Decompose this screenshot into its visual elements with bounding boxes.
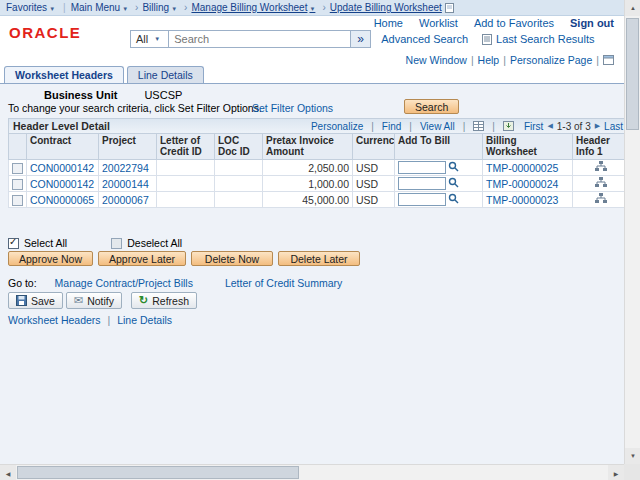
- top-nav: Home Worklist Add to Favorites Sign out: [374, 17, 614, 29]
- footer-links: Worksheet Headers | Line Details: [8, 314, 172, 326]
- header-info-transfer-icon[interactable]: [595, 177, 607, 188]
- table-row: CON0000142 20022794 2,050.00 USD TMP-000…: [9, 160, 629, 176]
- project-link[interactable]: 20000144: [102, 178, 149, 190]
- help-link[interactable]: Help: [478, 54, 500, 66]
- pretax-amount-cell: 1,000.00: [263, 176, 353, 192]
- grid-header-bar: Header Level Detail Personalize | Find |…: [8, 118, 628, 133]
- header-info-transfer-icon[interactable]: [595, 193, 607, 204]
- selection-row: ✓ Select All Deselect All: [8, 237, 182, 249]
- vertical-scrollbar[interactable]: ▲ ▼: [624, 0, 640, 464]
- breadcrumb-billing[interactable]: Billing▼: [142, 2, 180, 13]
- home-link[interactable]: Home: [374, 17, 403, 29]
- oracle-logo: ORACLE: [9, 24, 81, 41]
- add-to-bill-input[interactable]: [398, 177, 446, 190]
- footer-worksheet-headers-link[interactable]: Worksheet Headers: [8, 314, 101, 326]
- loc-doc-id-cell: [215, 160, 263, 176]
- table-row: CON0000142 20000144 1,000.00 USD TMP-000…: [9, 176, 629, 192]
- next-arrow-icon[interactable]: ▶: [595, 122, 600, 130]
- billing-worksheet-link[interactable]: TMP-00000023: [486, 194, 558, 206]
- vertical-scroll-thumb[interactable]: [626, 18, 639, 130]
- zoom-grid-icon[interactable]: [473, 121, 484, 131]
- view-all-link[interactable]: View All: [420, 121, 455, 132]
- billing-worksheet-link[interactable]: TMP-00000024: [486, 178, 558, 190]
- breadcrumb-main-menu[interactable]: Main Menu▼: [71, 2, 131, 13]
- set-filter-options-link[interactable]: Set Filter Options: [252, 102, 333, 114]
- breadcrumb-update-billing-worksheet[interactable]: Update Billing Worksheet: [330, 2, 442, 13]
- delete-later-button[interactable]: Delete Later: [278, 251, 360, 266]
- search-scope-select[interactable]: All▼: [130, 30, 169, 48]
- project-link[interactable]: 20000067: [102, 194, 149, 206]
- grid-title: Header Level Detail: [13, 120, 110, 132]
- last-search-results-label: Last Search Results: [496, 33, 594, 45]
- pipe-separator: |: [63, 2, 66, 13]
- delete-now-button[interactable]: Delete Now: [191, 251, 273, 266]
- previous-arrow-icon[interactable]: ◀: [547, 122, 552, 130]
- column-header-loc-doc-id: LOC Doc ID: [215, 134, 263, 160]
- footer-line-details-link[interactable]: Line Details: [117, 314, 172, 326]
- header-info-transfer-icon[interactable]: [595, 161, 607, 172]
- breadcrumb-favorites[interactable]: Favorites▼: [6, 2, 58, 13]
- chevron-down-icon: ▼: [154, 36, 160, 42]
- billing-worksheet-link[interactable]: TMP-00000025: [486, 162, 558, 174]
- scroll-up-arrow-icon[interactable]: ▲: [625, 0, 640, 16]
- horizontal-scrollbar[interactable]: ◀ ▶: [0, 464, 624, 480]
- letter-of-credit-summary-link[interactable]: Letter of Credit Summary: [225, 277, 342, 289]
- breadcrumb-separator: ›: [184, 2, 187, 13]
- contract-link[interactable]: CON0000142: [30, 162, 94, 174]
- select-all-checkbox[interactable]: ✓: [8, 238, 19, 249]
- pretax-amount-cell: 2,050.00: [263, 160, 353, 176]
- breadcrumb-manage-label: Manage Billing Worksheet: [191, 2, 307, 13]
- tab-line-details[interactable]: Line Details: [127, 66, 204, 83]
- goto-label: Go to:: [8, 277, 37, 289]
- refresh-icon: ↻: [139, 294, 148, 307]
- breadcrumb-billing-label: Billing: [142, 2, 169, 13]
- new-window-link[interactable]: New Window: [406, 54, 467, 66]
- row-checkbox[interactable]: [12, 195, 23, 206]
- approve-later-button[interactable]: Approve Later: [98, 251, 186, 266]
- notify-button[interactable]: ✉ Notify: [66, 292, 122, 309]
- add-to-bill-input[interactable]: [398, 193, 446, 206]
- personalize-link[interactable]: Personalize: [311, 121, 363, 132]
- lookup-icon[interactable]: [448, 162, 459, 174]
- search-go-button[interactable]: »: [351, 30, 371, 48]
- refresh-button[interactable]: ↻ Refresh: [131, 292, 197, 309]
- approve-now-button[interactable]: Approve Now: [8, 251, 93, 266]
- personalize-page-link[interactable]: Personalize Page: [510, 54, 592, 66]
- download-icon[interactable]: [503, 121, 514, 131]
- last-search-results-link[interactable]: Last Search Results: [482, 33, 594, 45]
- scroll-left-arrow-icon[interactable]: ◀: [0, 465, 16, 480]
- currency-cell: USD: [353, 192, 395, 208]
- project-link[interactable]: 20022794: [102, 162, 149, 174]
- contract-link[interactable]: CON0000065: [30, 194, 94, 206]
- breadcrumb-manage-billing-worksheet[interactable]: Manage Billing Worksheet▼: [191, 2, 318, 13]
- search-button[interactable]: Search: [404, 99, 459, 114]
- manage-contract-project-bills-link[interactable]: Manage Contract/Project Bills: [55, 277, 193, 289]
- horizontal-scroll-thumb[interactable]: [17, 466, 299, 479]
- last-link[interactable]: Last: [604, 121, 623, 132]
- search-input[interactable]: [169, 30, 351, 48]
- scroll-right-arrow-icon[interactable]: ▶: [608, 465, 624, 480]
- sign-out-link[interactable]: Sign out: [570, 17, 614, 29]
- advanced-search-link[interactable]: Advanced Search: [381, 33, 468, 45]
- personalize-page-icon[interactable]: [603, 55, 614, 65]
- row-checkbox[interactable]: [12, 179, 23, 190]
- contract-link[interactable]: CON0000142: [30, 178, 94, 190]
- action-button-row: Approve Now Approve Later Delete Now Del…: [8, 251, 360, 266]
- tab-worksheet-headers[interactable]: Worksheet Headers: [4, 66, 124, 83]
- add-to-favorites-link[interactable]: Add to Favorites: [474, 17, 554, 29]
- deselect-all-checkbox[interactable]: [111, 238, 122, 249]
- first-link[interactable]: First: [524, 121, 543, 132]
- save-button[interactable]: Save: [8, 292, 63, 309]
- scroll-down-arrow-icon[interactable]: ▼: [625, 448, 640, 464]
- lookup-icon[interactable]: [448, 194, 459, 206]
- find-link[interactable]: Find: [382, 121, 401, 132]
- column-header-letter-of-credit-id: Letter of Credit ID: [157, 134, 215, 160]
- worklist-link[interactable]: Worklist: [419, 17, 458, 29]
- check-icon: ✓: [9, 236, 17, 247]
- lookup-icon[interactable]: [448, 178, 459, 190]
- add-to-bill-input[interactable]: [398, 161, 446, 174]
- loc-doc-id-cell: [215, 176, 263, 192]
- letter-of-credit-id-cell: [157, 160, 215, 176]
- pipe-separator: |: [596, 54, 599, 66]
- row-checkbox[interactable]: [12, 163, 23, 174]
